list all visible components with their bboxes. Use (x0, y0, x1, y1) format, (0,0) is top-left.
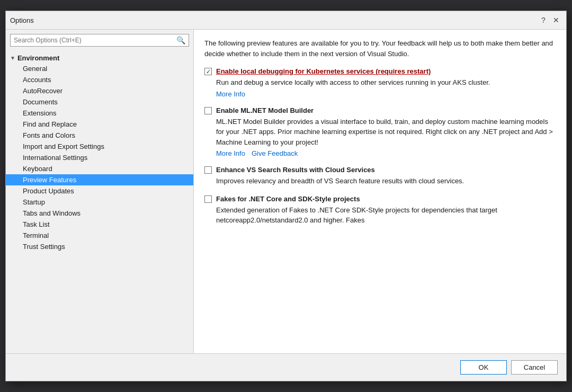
tree-item[interactable]: Trust Settings (6, 241, 193, 252)
feature-title-fakes: Fakes for .NET Core and SDK-Style projec… (216, 195, 360, 203)
feature-desc-search: Improves relevancy and breadth of VS Sea… (216, 176, 556, 186)
feature-title-search: Enhance VS Search Results with Cloud Ser… (216, 166, 375, 174)
feature-links-mlnet: More InfoGive Feedback (216, 149, 556, 157)
tree-section-label: Environment (17, 54, 59, 62)
tree-item[interactable]: Keyboard (6, 163, 193, 174)
feature-header-kubernetes: Enable local debugging for Kubernetes se… (204, 67, 556, 75)
feature-title-mlnet: Enable ML.NET Model Builder (216, 106, 314, 114)
left-panel: 🔍 ▼ Environment GeneralAccountsAutoRecov… (6, 30, 194, 353)
help-button[interactable]: ? (538, 14, 549, 26)
tree-item[interactable]: AutoRecover (6, 85, 193, 96)
search-icon: 🔍 (176, 36, 185, 44)
tree-arrow-icon: ▼ (10, 55, 15, 61)
search-input[interactable] (14, 37, 176, 44)
tree-item[interactable]: General (6, 63, 193, 74)
feature-desc-kubernetes: Run and debug a service locally with acc… (216, 77, 556, 88)
dialog-body: 🔍 ▼ Environment GeneralAccountsAutoRecov… (6, 30, 566, 353)
tree-item[interactable]: Find and Replace (6, 119, 193, 130)
feature-checkbox-search[interactable] (204, 166, 212, 174)
dialog-footer: OK Cancel (6, 353, 566, 381)
feature-desc-fakes: Extended generation of Fakes to .NET Cor… (216, 205, 556, 226)
tree-item[interactable]: Accounts (6, 74, 193, 85)
tree-item[interactable]: Startup (6, 197, 193, 208)
tree-item[interactable]: Fonts and Colors (6, 130, 193, 141)
intro-text: The following preview features are avail… (204, 38, 556, 59)
tree-item[interactable]: International Settings (6, 152, 193, 163)
tree-item[interactable]: Tabs and Windows (6, 208, 193, 219)
tree-item[interactable]: Extensions (6, 108, 193, 119)
tree-item[interactable]: Product Updates (6, 185, 193, 197)
title-bar-buttons: ? ✕ (538, 14, 562, 26)
tree-item[interactable]: Documents (6, 96, 193, 108)
feature-header-fakes: Fakes for .NET Core and SDK-Style projec… (204, 195, 556, 203)
tree-item[interactable]: Preview Features (6, 174, 193, 185)
search-box[interactable]: 🔍 (10, 34, 189, 47)
tree-item[interactable]: Import and Export Settings (6, 141, 193, 152)
dialog-title: Options (10, 16, 34, 24)
tree-items: GeneralAccountsAutoRecoverDocumentsExten… (6, 63, 193, 252)
feature-checkbox-mlnet[interactable] (204, 107, 212, 114)
title-bar: Options ? ✕ (6, 11, 566, 30)
tree-item[interactable]: Terminal (6, 230, 193, 241)
right-content: The following preview features are avail… (194, 30, 566, 353)
options-dialog: Options ? ✕ 🔍 ▼ Environment GeneralAccou… (5, 11, 567, 381)
feature-checkbox-fakes[interactable] (204, 195, 212, 203)
feature-links-kubernetes: More Info (216, 90, 556, 98)
feature-item-search: Enhance VS Search Results with Cloud Ser… (204, 166, 556, 186)
feature-item-kubernetes: Enable local debugging for Kubernetes se… (204, 67, 556, 98)
ok-button[interactable]: OK (460, 360, 507, 375)
cancel-button[interactable]: Cancel (511, 360, 558, 375)
feature-header-mlnet: Enable ML.NET Model Builder (204, 106, 556, 114)
feature-checkbox-kubernetes[interactable] (204, 68, 212, 75)
feature-link-more-info[interactable]: More Info (216, 90, 245, 98)
tree-container[interactable]: ▼ Environment GeneralAccountsAutoRecover… (6, 51, 193, 353)
tree-item[interactable]: Task List (6, 219, 193, 230)
feature-header-search: Enhance VS Search Results with Cloud Ser… (204, 166, 556, 174)
feature-link-more-info[interactable]: More Info (216, 149, 245, 157)
features-list: Enable local debugging for Kubernetes se… (204, 67, 556, 226)
feature-item-fakes: Fakes for .NET Core and SDK-Style projec… (204, 195, 556, 226)
close-button[interactable]: ✕ (550, 14, 562, 26)
feature-item-mlnet: Enable ML.NET Model BuilderML.NET Model … (204, 106, 556, 158)
feature-link-give-feedback[interactable]: Give Feedback (252, 149, 298, 157)
feature-desc-mlnet: ML.NET Model Builder provides a visual i… (216, 117, 556, 148)
tree-section-environment[interactable]: ▼ Environment (6, 53, 193, 63)
right-panel: The following preview features are avail… (194, 30, 566, 353)
feature-title-kubernetes: Enable local debugging for Kubernetes se… (216, 67, 431, 75)
